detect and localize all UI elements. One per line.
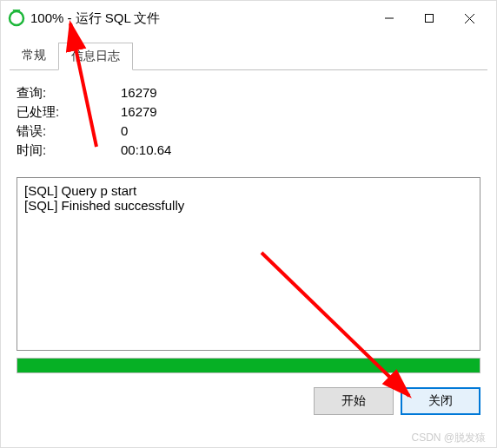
- stat-processed: 已处理: 16279: [17, 104, 480, 121]
- log-line: [SQL] Finished successfully: [24, 198, 473, 213]
- minimize-button[interactable]: [369, 1, 409, 36]
- stat-processed-label: 已处理:: [17, 104, 121, 121]
- watermark: CSDN @脱发猿: [411, 431, 486, 445]
- progress-fill: [17, 359, 480, 372]
- start-button[interactable]: 开始: [314, 387, 394, 415]
- stat-query: 查询: 16279: [17, 85, 480, 102]
- log-line: [SQL] Query p start: [24, 183, 473, 198]
- titlebar: 100% - 运行 SQL 文件: [1, 1, 496, 36]
- tab-general[interactable]: 常规: [10, 43, 58, 70]
- stat-errors-value: 0: [121, 123, 128, 140]
- progress-bar: [17, 358, 480, 373]
- tab-message-log[interactable]: 信息日志: [58, 43, 133, 70]
- stat-time-value: 00:10.64: [121, 142, 171, 159]
- stat-errors-label: 错误:: [17, 123, 121, 140]
- stat-processed-value: 16279: [121, 104, 157, 121]
- navicat-icon: [8, 10, 25, 27]
- dialog-window: 100% - 运行 SQL 文件 常规 信息日志 查询: 16279 已处理: …: [0, 0, 497, 448]
- svg-rect-2: [426, 15, 434, 23]
- svg-point-0: [10, 11, 23, 25]
- window-title: 100% - 运行 SQL 文件: [30, 10, 369, 27]
- maximize-button[interactable]: [409, 1, 449, 36]
- stat-query-value: 16279: [121, 85, 157, 102]
- close-window-button[interactable]: [449, 1, 489, 36]
- stat-time-label: 时间:: [17, 142, 121, 159]
- log-textarea[interactable]: [SQL] Query p start [SQL] Finished succe…: [17, 177, 480, 351]
- stat-query-label: 查询:: [17, 85, 121, 102]
- stat-time: 时间: 00:10.64: [17, 142, 480, 159]
- close-button[interactable]: 关闭: [401, 387, 480, 415]
- stats-panel: 查询: 16279 已处理: 16279 错误: 0 时间: 00:10.64: [1, 70, 496, 168]
- button-row: 开始 关闭: [1, 382, 496, 415]
- stat-errors: 错误: 0: [17, 123, 480, 140]
- tabs: 常规 信息日志: [1, 36, 496, 70]
- window-controls: [369, 1, 489, 36]
